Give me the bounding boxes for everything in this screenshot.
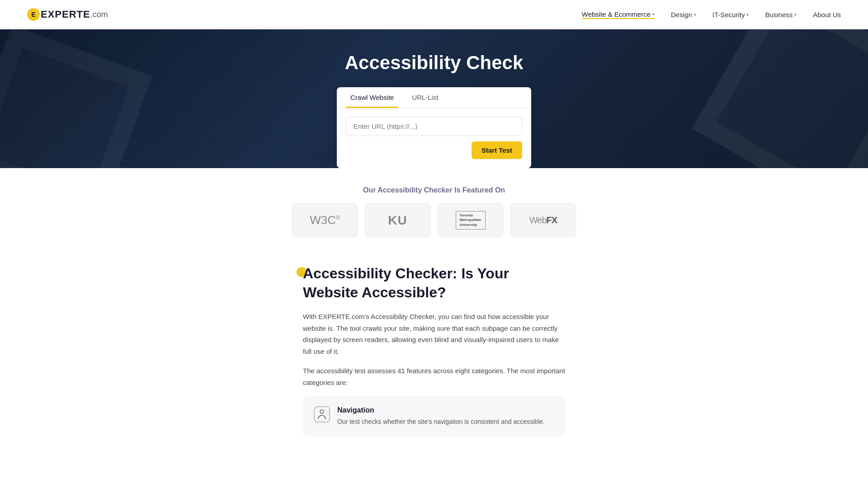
- logo-icon: E: [27, 8, 40, 21]
- logo-tld: .com: [90, 10, 108, 19]
- hero-section: Accessibility Check Crawl Website URL-Li…: [0, 29, 868, 168]
- section-heading: Accessibility Checker: Is Your Website A…: [303, 264, 565, 302]
- hero-title: Accessibility Check: [0, 52, 868, 74]
- nav-link-design[interactable]: Design ▾: [671, 11, 696, 19]
- tool-card: Crawl Website URL-List Start Test: [337, 87, 531, 168]
- chevron-down-icon: ▾: [794, 12, 797, 17]
- chevron-down-icon: ▾: [746, 12, 749, 17]
- nav-link-it-security[interactable]: IT-Security ▾: [712, 11, 749, 19]
- nav-item-design[interactable]: Design ▾: [671, 11, 696, 19]
- featured-logos: W3C® KU TorontoMetropolitanUniversity We…: [9, 203, 859, 237]
- content-para2: The accessibility test assesses 41 featu…: [303, 365, 565, 388]
- nav-item-about[interactable]: About Us: [813, 11, 841, 19]
- tabs-row: Crawl Website URL-List: [337, 87, 531, 108]
- nav-link-website[interactable]: Website & Ecommerce ▾: [582, 10, 655, 19]
- nav-link-about[interactable]: About Us: [813, 11, 841, 19]
- featured-title: Our Accessibility Checker Is Featured On: [9, 186, 859, 194]
- nav-item-business[interactable]: Business ▾: [765, 11, 797, 19]
- navigation-card-description: Our test checks whether the site's navig…: [337, 417, 545, 427]
- content-section: Accessibility Checker: Is Your Website A…: [294, 251, 574, 455]
- logo-w3c: W3C®: [292, 203, 358, 237]
- navigation-feature-card: Navigation Our test checks whether the s…: [303, 396, 565, 436]
- nav-item-website[interactable]: Website & Ecommerce ▾: [582, 10, 655, 19]
- nav-links: Website & Ecommerce ▾ Design ▾ IT-Securi…: [582, 10, 841, 19]
- nav-item-it-security[interactable]: IT-Security ▾: [712, 11, 749, 19]
- navigation-card-content: Navigation Our test checks whether the s…: [337, 406, 545, 427]
- logo-tmu: TorontoMetropolitanUniversity: [438, 203, 503, 237]
- featured-section: Our Accessibility Checker Is Featured On…: [0, 168, 868, 251]
- navigation-icon: [314, 406, 330, 422]
- chevron-down-icon: ▾: [694, 12, 696, 17]
- svg-rect-0: [314, 407, 330, 422]
- logo[interactable]: E EXPERTE .com: [27, 8, 108, 21]
- logo-ku: KU: [365, 203, 430, 237]
- chevron-down-icon: ▾: [652, 12, 655, 17]
- tab-url-list[interactable]: URL-List: [407, 87, 443, 108]
- card-body: Start Test: [337, 108, 531, 168]
- logo-webfx: WebFX: [510, 203, 576, 237]
- navigation-card-title: Navigation: [337, 406, 545, 414]
- tab-crawl-website[interactable]: Crawl Website: [346, 87, 398, 108]
- navbar: E EXPERTE .com Website & Ecommerce ▾ Des…: [0, 0, 868, 29]
- logo-brand: EXPERTE: [41, 9, 90, 20]
- svg-point-1: [320, 410, 324, 413]
- url-input[interactable]: [346, 117, 522, 136]
- start-test-button[interactable]: Start Test: [472, 141, 522, 159]
- content-para1: With EXPERTE.com's Accessibility Checker…: [303, 311, 565, 357]
- nav-link-business[interactable]: Business ▾: [765, 11, 797, 19]
